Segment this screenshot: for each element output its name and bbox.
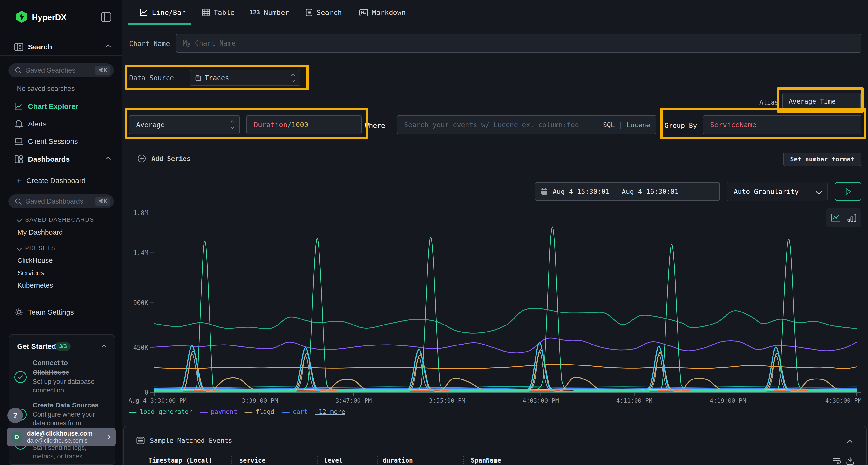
tab-line-bar-label: Line/Bar [152, 8, 186, 16]
tab-table[interactable]: Table [202, 0, 235, 25]
run-query-button[interactable] [835, 182, 862, 201]
col-spanname[interactable]: SpanName [471, 457, 501, 464]
col-timestamp[interactable]: Timestamp (Local) [148, 457, 212, 464]
where-placeholder: Search your events w/ Lucene ex. column:… [404, 121, 579, 129]
calendar-icon [540, 188, 548, 195]
create-dashboard-button[interactable]: + Create Dashboard [0, 174, 122, 188]
user-menu[interactable]: D dale@clickhouse.com dale@clickhouse.co… [7, 428, 116, 446]
column-separator[interactable] [463, 456, 464, 465]
svg-text:900K: 900K [133, 299, 148, 306]
col-duration[interactable]: duration [383, 457, 413, 464]
select-chevrons-icon [292, 74, 294, 81]
checklist-item-1[interactable]: Connect toClickHouse Set up your databas… [33, 358, 94, 395]
create-dashboard-label: Create Dashboard [27, 176, 86, 185]
sidebar-item-services[interactable]: Services [18, 269, 44, 277]
chevron-up-icon [105, 44, 111, 50]
legend-cart[interactable]: cart [282, 408, 308, 416]
checklist-item-2[interactable]: Create Data Sources Configure where your… [33, 400, 99, 427]
tab-table-label: Table [214, 8, 235, 16]
column-separator[interactable] [231, 456, 232, 465]
aggregation-select[interactable]: Average [129, 115, 240, 134]
hyperdx-app: HyperDX Search Saved Searches ⌘K No save… [0, 0, 868, 465]
group-by-label: Group By [664, 122, 697, 130]
where-input[interactable]: Search your events w/ Lucene ex. column:… [397, 115, 656, 134]
tab-markdown-label: Markdown [372, 8, 406, 16]
sidebar-item-client-sessions[interactable]: Client Sessions [0, 135, 122, 148]
line-chart-icon [140, 9, 148, 16]
sidebar-item-kubernetes[interactable]: Kubernetes [18, 281, 53, 289]
presets-group[interactable]: PRESETS [18, 245, 56, 252]
sidebar-item-team-settings[interactable]: Team Settings [0, 305, 122, 319]
wrap-text-icon[interactable] [832, 456, 841, 465]
chevron-up-icon [105, 157, 111, 162]
collapse-sidebar-icon[interactable] [101, 12, 112, 22]
lucene-toggle[interactable]: Lucene [626, 121, 650, 129]
expression-input[interactable]: Duration/1000 [246, 115, 362, 134]
saved-searches-input[interactable]: Saved Searches ⌘K [8, 63, 114, 77]
help-button[interactable]: ? [7, 408, 23, 423]
play-icon [845, 188, 851, 195]
saved-dashboards-input[interactable]: Saved Dashboards ⌘K [8, 194, 114, 208]
plus-circle-icon [137, 154, 146, 163]
svg-text:450K: 450K [133, 344, 148, 351]
sql-toggle[interactable]: SQL [603, 121, 615, 129]
svg-text:4:11:00 PM: 4:11:00 PM [616, 397, 652, 404]
saved-dashboards-group[interactable]: SAVED DASHBOARDS [18, 217, 94, 223]
svg-text:4:19:00 PM: 4:19:00 PM [710, 397, 746, 404]
column-separator[interactable] [377, 456, 378, 465]
alias-label: Alias [760, 99, 778, 106]
sidebar-section-dashboards[interactable]: Dashboards [0, 153, 122, 166]
col-level[interactable]: level [324, 457, 343, 464]
date-range-input[interactable]: Aug 4 15:30:01 - Aug 4 16:30:01 [535, 182, 720, 201]
plus-icon: + [17, 176, 21, 186]
col-service[interactable]: service [239, 457, 266, 464]
aggregation-value: Average [136, 121, 165, 129]
column-separator[interactable] [317, 456, 317, 465]
tab-number[interactable]: 123 Number [250, 0, 289, 25]
svg-text:4:03:00 PM: 4:03:00 PM [523, 397, 559, 404]
legend-more-link[interactable]: +12 more [315, 408, 345, 416]
sidebar-item-alerts[interactable]: Alerts [0, 117, 122, 131]
tab-markdown[interactable]: M↓ Markdown [360, 0, 406, 25]
sidebar-section-search[interactable]: Search [0, 40, 122, 54]
sidebar: HyperDX Search Saved Searches ⌘K No save… [0, 0, 122, 465]
data-source-select[interactable]: Traces [190, 70, 301, 86]
svg-text:3:47:00 PM: 3:47:00 PM [335, 397, 372, 404]
svg-text:4:30:00 PM: 4:30:00 PM [825, 397, 862, 404]
chart-name-input[interactable]: My Chart Name [176, 34, 861, 53]
set-number-format-button[interactable]: Set number format [783, 153, 861, 166]
brand-title: HyperDX [32, 12, 66, 22]
saved-dashboards-placeholder: Saved Dashboards [26, 198, 83, 205]
add-series-label: Add Series [151, 155, 191, 162]
sidebar-item-my-dashboard[interactable]: My Dashboard [18, 228, 63, 236]
dashboards-icon [14, 155, 24, 164]
sidebar-item-chart-explorer[interactable]: Chart Explorer [0, 100, 122, 113]
timeseries-chart[interactable]: 0450K900K1.4M1.8MAug 4 3:30:00 PM3:39:00… [122, 207, 868, 407]
sidebar-section-search-label: Search [28, 43, 52, 51]
add-series-button[interactable]: Add Series [137, 154, 191, 163]
where-label: Where [365, 122, 385, 130]
line-chart-icon [14, 102, 24, 110]
number-123-icon: 123 [250, 9, 260, 16]
download-icon[interactable] [846, 456, 855, 465]
data-source-label: Data Source [129, 74, 174, 82]
svg-text:3:39:00 PM: 3:39:00 PM [242, 397, 278, 404]
get-started-title: Get Started [17, 342, 56, 351]
chevron-up-icon[interactable] [101, 344, 107, 350]
group-by-input[interactable]: ServiceName [703, 115, 862, 134]
alias-input[interactable]: Average Time [782, 93, 861, 110]
get-started-progress-badge: 3/3 [55, 342, 71, 351]
legend-load-generator[interactable]: load-generator [128, 408, 192, 416]
tab-search[interactable]: Search [306, 0, 342, 25]
markdown-icon: M↓ [360, 9, 368, 16]
tab-line-bar[interactable]: Line/Bar [140, 0, 186, 25]
granularity-select[interactable]: Auto Granularity [727, 182, 828, 201]
check-circle-icon [14, 371, 27, 383]
chart-name-label: Chart Name [129, 40, 170, 48]
sidebar-item-clickhouse[interactable]: ClickHouse [18, 257, 53, 265]
chevron-down-icon [17, 245, 22, 251]
legend-flagd[interactable]: flagd [245, 408, 274, 416]
saved-searches-placeholder: Saved Searches [26, 66, 75, 74]
sidebar-item-chart-explorer-label: Chart Explorer [28, 102, 78, 110]
legend-payment[interactable]: payment [199, 408, 237, 416]
